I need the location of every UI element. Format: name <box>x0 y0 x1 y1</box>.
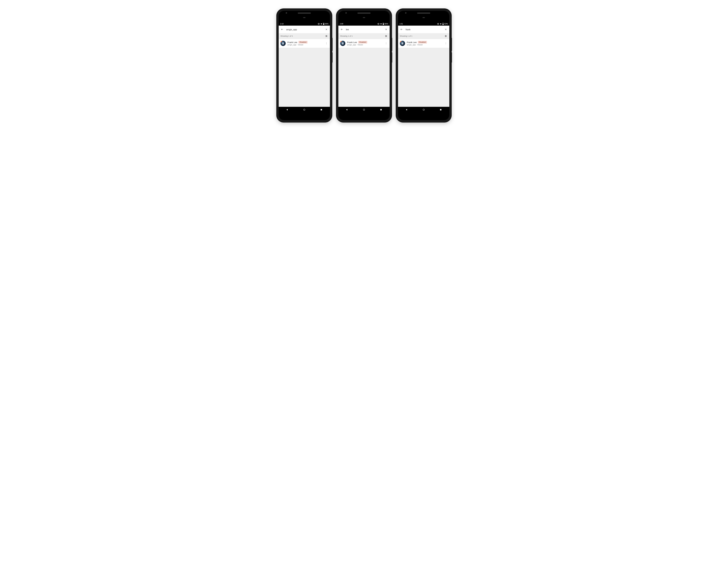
nav-home-button[interactable] <box>362 108 366 111</box>
status-icons: 66% <box>318 23 329 25</box>
phone-frame: 2:09 66% <box>336 9 392 122</box>
battery-percent: 53% <box>444 23 448 25</box>
result-name-row: Frank Lee Disabled <box>347 41 383 44</box>
volume-button[interactable] <box>451 38 452 51</box>
result-name-row: Frank Lee Disabled <box>287 41 323 44</box>
search-input[interactable] <box>406 28 442 31</box>
nav-home-button[interactable] <box>303 108 306 111</box>
svg-point-9 <box>304 109 305 111</box>
clear-button[interactable] <box>325 28 328 31</box>
battery-percent: 66% <box>325 23 329 25</box>
search-input[interactable] <box>346 28 382 31</box>
back-button[interactable] <box>340 28 344 31</box>
list-item[interactable]: Frank Lee Disabled arcgis_app · Viewer <box>398 39 449 48</box>
vibrate-icon <box>318 23 320 25</box>
svg-point-14 <box>386 35 386 36</box>
volume-button[interactable] <box>392 38 392 51</box>
empty-area <box>279 48 330 107</box>
svg-point-29 <box>446 43 446 44</box>
nav-recent-button[interactable] <box>320 108 323 111</box>
phone-chin <box>279 113 330 120</box>
nav-recent-button[interactable] <box>439 108 442 111</box>
filter-row: Showing 1 of 1 <box>338 33 390 39</box>
status-bar: 2:09 66% <box>338 22 390 26</box>
status-time: 2:10 <box>280 23 284 25</box>
android-nav-bar <box>338 107 390 113</box>
svg-rect-12 <box>383 24 384 25</box>
android-nav-bar <box>398 107 449 113</box>
status-icons: 53% <box>437 23 448 25</box>
svg-point-19 <box>386 44 386 44</box>
nav-home-button[interactable] <box>422 108 425 111</box>
back-button[interactable] <box>400 28 403 31</box>
result-info: Frank Lee Disabled arcgis_app · Viewer <box>287 41 323 46</box>
avatar <box>280 41 286 46</box>
filter-button[interactable] <box>325 34 328 38</box>
svg-point-7 <box>326 43 327 44</box>
svg-point-8 <box>326 44 327 44</box>
search-input[interactable] <box>286 28 322 31</box>
filter-row: Showing 1 of 1 <box>398 33 449 39</box>
app-screen: 1:51 53% <box>398 22 449 113</box>
phone-speaker <box>358 12 370 14</box>
svg-point-20 <box>363 109 365 111</box>
battery-icon <box>442 23 444 25</box>
vibrate-icon <box>378 23 380 25</box>
filter-row: Showing 1 of 1 <box>279 33 330 39</box>
svg-rect-13 <box>383 23 384 23</box>
result-name: Frank Lee <box>287 41 297 44</box>
back-button[interactable] <box>280 28 284 31</box>
more-button[interactable] <box>444 41 448 45</box>
nav-back-button[interactable] <box>286 108 289 111</box>
result-subtitle: arcgis_app · Viewer <box>407 44 442 46</box>
phone-camera <box>345 12 347 14</box>
nav-recent-button[interactable] <box>380 108 383 111</box>
battery-icon <box>383 23 384 25</box>
android-nav-bar <box>279 107 330 113</box>
power-button[interactable] <box>332 52 333 62</box>
svg-point-16 <box>386 36 386 37</box>
avatar <box>400 41 405 46</box>
svg-rect-24 <box>443 23 443 23</box>
clear-button[interactable] <box>384 28 388 31</box>
svg-point-31 <box>423 109 424 111</box>
search-bar <box>338 26 390 33</box>
svg-point-28 <box>446 43 446 43</box>
svg-point-17 <box>386 43 386 43</box>
result-name: Frank Lee <box>347 41 357 44</box>
more-button[interactable] <box>384 41 388 45</box>
svg-rect-2 <box>323 23 324 23</box>
search-bar <box>398 26 449 33</box>
status-badge: Disabled <box>418 41 427 44</box>
power-button[interactable] <box>392 52 392 62</box>
list-item[interactable]: Frank Lee Disabled arcgis_app · Viewer <box>338 39 390 48</box>
volume-button[interactable] <box>332 38 333 51</box>
more-button[interactable] <box>325 41 328 45</box>
phone-speaker <box>417 12 430 14</box>
svg-rect-21 <box>381 109 382 110</box>
nav-back-button[interactable] <box>405 108 408 111</box>
status-bar: 2:10 66% <box>279 22 330 26</box>
svg-point-4 <box>327 36 327 36</box>
filter-button[interactable] <box>444 34 448 38</box>
phone-screen-container: 2:09 66% <box>338 11 390 120</box>
svg-point-18 <box>386 43 386 44</box>
showing-count: Showing 1 of 1 <box>400 35 412 37</box>
showing-count: Showing 1 of 1 <box>280 35 293 37</box>
power-button[interactable] <box>451 52 452 62</box>
clear-button[interactable] <box>444 28 448 31</box>
svg-rect-1 <box>323 24 324 25</box>
battery-icon <box>323 23 324 25</box>
list-item[interactable]: Frank Lee Disabled arcgis_app · Viewer <box>279 39 330 48</box>
nav-back-button[interactable] <box>345 108 348 111</box>
result-subtitle: arcgis_app · Viewer <box>287 44 323 46</box>
wifi-icon <box>440 23 442 25</box>
status-time: 2:09 <box>340 23 343 25</box>
svg-rect-32 <box>440 109 441 110</box>
filter-button[interactable] <box>384 34 388 38</box>
svg-point-30 <box>446 44 446 44</box>
search-bar <box>279 26 330 33</box>
vibrate-icon <box>437 23 439 25</box>
phone-frame: 1:51 53% <box>396 9 451 122</box>
empty-area <box>398 48 449 107</box>
